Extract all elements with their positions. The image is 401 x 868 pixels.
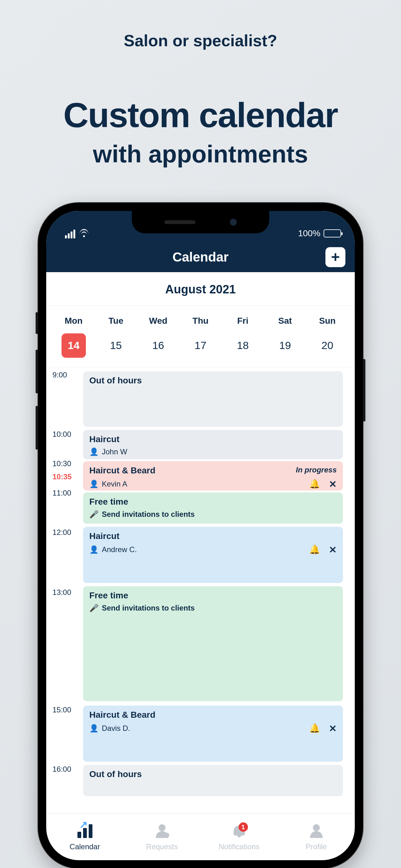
tab-requests[interactable]: Requests xyxy=(123,814,201,860)
event-action-text[interactable]: 🎤Send invitations to clients xyxy=(89,604,195,612)
month-label: August 2021 xyxy=(165,283,236,296)
day-column[interactable]: Tue15 xyxy=(95,316,137,358)
event-title: Out of hours xyxy=(89,769,337,779)
timeline[interactable]: Out of hoursHaircut👤John WHaircut & Bear… xyxy=(46,367,355,813)
app-header: Calendar + xyxy=(46,242,355,272)
tab-label: Requests xyxy=(146,842,178,851)
tab-profile[interactable]: Profile xyxy=(278,814,355,860)
event-title: Haircut xyxy=(89,531,337,541)
user-icon: 👤 xyxy=(89,479,99,488)
tab-bar: ↗CalendarRequests1NotificationsProfile xyxy=(46,813,355,860)
event-client: 👤Kevin A xyxy=(89,479,127,488)
time-label: 16:00 xyxy=(53,765,71,774)
event-block[interactable]: Haircut & BeardIn progress👤Kevin A🔔✕ xyxy=(83,461,343,491)
event-block[interactable]: Free time🎤Send invitations to clients xyxy=(83,492,343,524)
microphone-icon: 🎤 xyxy=(89,510,99,519)
event-title: Free time xyxy=(89,497,337,507)
day-name: Tue xyxy=(95,316,137,326)
tab-notifications[interactable]: 1Notifications xyxy=(201,814,278,860)
day-column[interactable]: Sat19 xyxy=(264,316,306,358)
day-number[interactable]: 16 xyxy=(146,333,170,358)
day-column[interactable]: Thu17 xyxy=(179,316,222,358)
event-block[interactable]: Free time🎤Send invitations to clients xyxy=(83,586,343,701)
close-icon[interactable]: ✕ xyxy=(329,479,337,490)
profile-icon xyxy=(309,823,323,840)
day-name: Wed xyxy=(137,316,179,326)
event-client-name: Andrew C. xyxy=(102,545,137,554)
phone-notch xyxy=(132,211,269,234)
notification-badge: 1 xyxy=(239,823,248,832)
bell-icon[interactable]: 🔔 xyxy=(309,544,320,555)
time-label: 12:00 xyxy=(53,528,71,537)
tab-label: Notifications xyxy=(219,842,260,851)
time-label: 9:00 xyxy=(53,371,67,379)
time-label: 10:30 xyxy=(53,459,71,468)
day-number[interactable]: 14 xyxy=(62,333,86,358)
microphone-icon: 🎤 xyxy=(89,604,99,612)
close-icon[interactable]: ✕ xyxy=(329,544,337,555)
time-label: 13:00 xyxy=(53,588,71,597)
event-action-text[interactable]: 🎤Send invitations to clients xyxy=(89,510,195,519)
wifi-icon xyxy=(79,230,89,238)
event-client: 👤Andrew C. xyxy=(89,545,137,554)
bell-icon[interactable]: 🔔 xyxy=(309,479,320,490)
phone-screen: 100% Calendar + August 2021 Mon14Tue15We… xyxy=(46,211,355,860)
chart-icon: ↗ xyxy=(77,823,93,840)
promo-tagline: Salon or specialist? xyxy=(124,31,277,50)
event-title: Out of hours xyxy=(89,376,337,385)
event-client: 👤John W xyxy=(89,447,127,456)
event-title: Haircut xyxy=(89,434,337,444)
event-block[interactable]: Haircut & Beard👤Davis D.🔔✕ xyxy=(83,706,343,762)
header-title: Calendar xyxy=(172,250,229,265)
promo-title: Custom calendar xyxy=(63,97,338,134)
day-name: Sun xyxy=(306,316,348,326)
bell-icon[interactable]: 🔔 xyxy=(309,723,320,734)
event-status: In progress xyxy=(296,466,337,474)
event-client-name: John W xyxy=(102,447,127,456)
day-column[interactable]: Fri18 xyxy=(222,316,264,358)
current-time-label: 10:35 xyxy=(53,472,71,481)
promo-subtitle: with appointments xyxy=(93,140,308,168)
tab-calendar[interactable]: ↗Calendar xyxy=(46,814,123,860)
event-action-label: Send invitations to clients xyxy=(102,604,195,612)
add-button[interactable]: + xyxy=(326,247,345,267)
day-name: Sat xyxy=(264,316,306,326)
event-title: Haircut & Beard xyxy=(89,710,337,720)
event-client-name: Davis D. xyxy=(102,724,130,733)
event-title: Free time xyxy=(89,591,337,600)
event-block[interactable]: Out of hours xyxy=(83,371,343,427)
user-icon: 👤 xyxy=(89,447,99,456)
time-label: 15:00 xyxy=(53,706,71,714)
close-icon[interactable]: ✕ xyxy=(329,723,337,734)
day-number[interactable]: 18 xyxy=(231,333,255,358)
tab-label: Profile xyxy=(305,842,327,851)
day-number[interactable]: 17 xyxy=(188,333,213,358)
battery-icon xyxy=(324,229,341,238)
user-icon: 👤 xyxy=(89,724,99,733)
day-number[interactable]: 15 xyxy=(104,333,128,358)
event-action-label: Send invitations to clients xyxy=(102,510,195,519)
day-column[interactable]: Mon14 xyxy=(53,316,95,358)
time-label: 11:00 xyxy=(53,489,71,497)
day-column[interactable]: Sun20 xyxy=(306,316,348,358)
event-block[interactable]: Haircut👤John W xyxy=(83,430,343,459)
day-number[interactable]: 19 xyxy=(273,333,297,358)
day-strip: Mon14Tue15Wed16Thu17Fri18Sat19Sun20 xyxy=(46,306,355,367)
day-name: Fri xyxy=(222,316,264,326)
day-column[interactable]: Wed16 xyxy=(137,316,179,358)
day-number[interactable]: 20 xyxy=(315,333,339,358)
day-name: Thu xyxy=(179,316,222,326)
event-block[interactable]: Haircut👤Andrew C.🔔✕ xyxy=(83,527,343,583)
time-label: 10:00 xyxy=(53,430,71,439)
person-clock-icon xyxy=(155,823,169,840)
phone-frame: 100% Calendar + August 2021 Mon14Tue15We… xyxy=(38,203,363,868)
battery-percent: 100% xyxy=(298,228,321,239)
signal-icon xyxy=(65,230,75,239)
user-icon: 👤 xyxy=(89,545,99,554)
event-block[interactable]: Out of hours xyxy=(83,765,343,796)
day-name: Mon xyxy=(53,316,95,326)
month-selector[interactable]: August 2021 xyxy=(46,272,355,306)
event-client: 👤Davis D. xyxy=(89,724,130,733)
event-client-name: Kevin A xyxy=(102,479,127,488)
bell-icon: 1 xyxy=(232,823,246,840)
